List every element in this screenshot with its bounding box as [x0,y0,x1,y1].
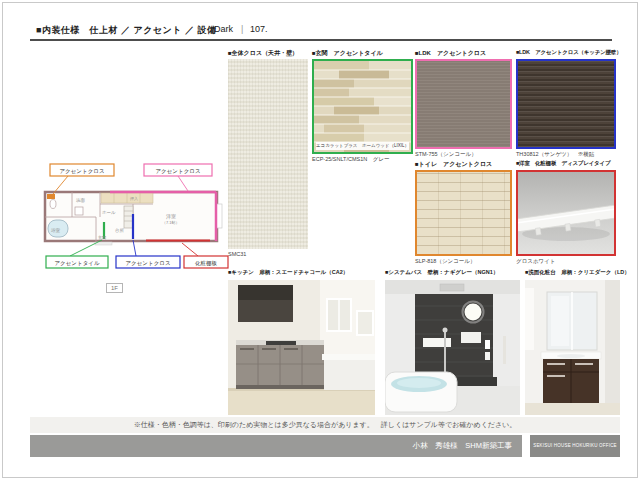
kitchen-photo [228,280,375,415]
plan-toilet [50,200,56,209]
swatch-title-toilet-cloth: ■トイレ アクセントクロス [415,160,492,169]
swatch-entrance-tile: エコカラットプラス ホームウッド（LIXIL） [312,59,413,154]
header-divider: | [241,24,243,34]
swatch-toilet-cloth [415,170,512,256]
callout-accent-cloth-blue: アクセントクロス [125,260,170,266]
svg-text:ホール: ホール [102,210,116,215]
swatch-overall-cloth [228,59,308,249]
page-title: ■内装仕様 仕上材 ／ アクセント ／ 設備 [36,24,217,37]
theme-label: Dark [214,24,233,34]
swatch-code-entrance-tile: ECP-25/SNLT/CMS1N グレー [312,156,389,163]
photo-kitchen [228,280,375,415]
svg-text:浴室: 浴室 [51,228,61,233]
office-footer: SEKISUI HOUSE HOKURIKU OFFICE [530,435,620,457]
plan-washer [75,207,83,215]
floor-plan-drawing: 洋室 （7.1帖） 台所 ホール 浴室 洗面 押入 玄関 アクセントクロス アク… [38,162,230,284]
photo-title-bath: ■システムバス 壁柄：ナギグレー（NGN1） [385,269,498,276]
bath-photo [385,280,520,415]
floor-label: 1F [106,283,123,293]
callout-accent-cloth-orange: アクセントクロス [59,168,104,174]
shelf-photo [518,172,614,254]
swatch-title-kitchen-wainscot: ■LDK アクセントクロス（キッチン腰壁） [516,49,621,56]
customer-footer: 小林 秀雄様 SHM新築工事 [30,435,522,457]
disclaimer-text: ※仕様・色柄・色調等は、印刷のため実物とは多少異なる場合があります。 詳しくはサ… [30,417,620,433]
photo-title-kitchen: ■キッチン 扉柄：スエードチャコール（CA2） [228,269,348,276]
accent-cloth-orange-mark [47,194,55,199]
interior-spec-sheet: { "header": { "title": "■内装仕様 仕上材 ／ アクセン… [0,0,640,480]
tile-product-label: エコカラットプラス ホームウッド（LIXIL） [316,142,409,150]
svg-text:台所: 台所 [115,228,125,233]
svg-text:玄関: 玄関 [98,235,106,240]
swatch-ldk-cloth [415,59,512,149]
floor-plan: 洋室 （7.1帖） 台所 ホール 浴室 洗面 押入 玄関 アクセントクロス アク… [38,162,230,284]
plan-kitchen-counter [124,206,133,228]
callout-accent-cloth-pink: アクセントクロス [155,168,200,174]
wood-tile-texture [314,61,411,152]
header-rule [30,39,612,41]
swatch-code-ldk-cloth: STM-755（シンコール） [415,151,477,158]
swatch-title-entrance-tile: ■玄関 アクセントタイル [312,49,383,58]
swatch-title-ldk-cloth: ■LDK アクセントクロス [415,49,486,58]
swatch-kitchen-wainscot [516,59,616,149]
swatch-code-kitchen-wainscot: TH30812（サンゲツ） ※横貼 [516,151,594,158]
photo-title-vanity: ■洗面化粧台 扉柄：クリエダーク（LD） [525,269,630,276]
swatch-display-shelf [516,170,616,256]
svg-text:押入: 押入 [129,196,138,201]
svg-text:（7.1帖）: （7.1帖） [162,220,180,225]
photo-bath [385,280,520,415]
swatch-code-toilet-cloth: SLP-818（シンコール） [415,258,475,265]
callout-shelf-red: 化粧棚板 [195,260,218,267]
photo-vanity [525,280,620,415]
callout-accent-tile-green: アクセントタイル [54,260,99,266]
swatch-code-display-shelf: グロスホワイト [516,258,555,265]
swatch-code-overall-cloth: SMC31 [228,251,246,257]
page-number: 107. [250,24,268,34]
swatch-title-overall-cloth: ■全体クロス（天井・壁） [228,49,298,58]
svg-text:洗面: 洗面 [76,198,86,203]
svg-text:洋室: 洋室 [166,213,176,220]
swatch-title-display-shelf: ■洋室 化粧棚板 ディスプレイタイプ [516,160,610,167]
vanity-photo [525,280,620,415]
